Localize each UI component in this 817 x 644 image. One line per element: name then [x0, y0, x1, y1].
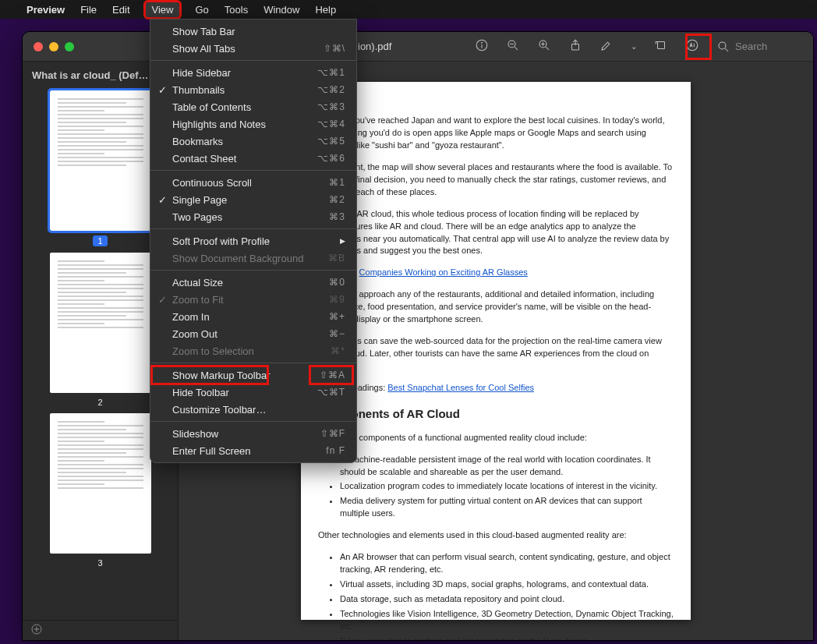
- paragraph: At this point, the map will show several…: [318, 161, 674, 199]
- page-label-3: 3: [30, 558, 170, 568]
- menu-item[interactable]: Hide Sidebar⌥⌘1: [150, 64, 356, 81]
- menu-file[interactable]: File: [80, 4, 97, 16]
- menu-item[interactable]: Show Tab Bar: [150, 23, 356, 40]
- menu-edit[interactable]: Edit: [112, 4, 129, 16]
- link[interactable]: Companies Working on Exciting AR Glasses: [359, 267, 528, 277]
- menu-tools[interactable]: Tools: [225, 4, 248, 16]
- menu-item: Show Document Background⌘B: [150, 249, 356, 267]
- sidebar-footer: [23, 620, 178, 640]
- svg-line-4: [515, 47, 518, 50]
- thumbnail-3[interactable]: [50, 413, 151, 554]
- paragraph: Now, with AR cloud, this whole tedious p…: [318, 208, 674, 258]
- menu-item[interactable]: Hide Toolbar⌥⌘T: [150, 384, 356, 401]
- list: An AR browser that can perform visual se…: [340, 551, 674, 640]
- paragraph: Other technologies and elements used in …: [318, 529, 674, 542]
- heading: Components of AR Cloud: [318, 405, 674, 423]
- menu-item[interactable]: Actual Size⌘0: [150, 274, 356, 291]
- menu-item[interactable]: Table of Contents⌥⌘3: [150, 98, 356, 115]
- search-field[interactable]: Search: [716, 40, 802, 54]
- svg-point-2: [482, 42, 483, 43]
- markup-icon[interactable]: [685, 38, 699, 55]
- zoom-out-icon[interactable]: [506, 38, 520, 55]
- menu-item[interactable]: Continuous Scroll⌘1: [150, 174, 356, 191]
- menu-item[interactable]: Contact Sheet⌥⌘6: [150, 150, 356, 167]
- view-menu-dropdown: Show Tab BarShow All Tabs⇧⌘\Hide Sidebar…: [150, 19, 357, 463]
- search-placeholder: Search: [735, 41, 767, 52]
- share-icon[interactable]: [568, 38, 582, 55]
- toolbar: ⌄ Search: [475, 38, 813, 55]
- menu-item[interactable]: ✓Thumbnails⌥⌘2: [150, 81, 356, 98]
- chevron-down-icon[interactable]: ⌄: [631, 42, 637, 51]
- zoom-button[interactable]: [65, 42, 74, 51]
- list-item: A machine-readable persistent image of t…: [340, 454, 674, 479]
- menu-item[interactable]: Highlights and Notes⌥⌘4: [150, 115, 356, 133]
- menu-item[interactable]: Enter Full Screenfn F: [150, 442, 356, 459]
- menu-help[interactable]: Help: [315, 4, 336, 16]
- svg-point-12: [687, 40, 698, 51]
- menu-item: ✓Zoom to Fit⌘9: [150, 291, 356, 308]
- paragraph: The major components of a functional aug…: [318, 432, 674, 444]
- menubar: Preview File Edit View Go Tools Window H…: [0, 0, 817, 19]
- highlight-icon[interactable]: [599, 38, 614, 55]
- list-item: Virtual assets, including 3D maps, socia…: [340, 579, 674, 591]
- search-icon: [716, 40, 730, 54]
- menu-item[interactable]: Soft Proof with Profile▶: [150, 232, 356, 249]
- rotate-icon[interactable]: [654, 38, 668, 55]
- zoom-in-icon[interactable]: [537, 38, 551, 55]
- add-page-icon[interactable]: [30, 623, 43, 639]
- window-title: ion).pdf: [358, 41, 391, 52]
- menu-item[interactable]: Show Markup Toolbar⇧⌘A: [150, 366, 356, 384]
- app-name[interactable]: Preview: [27, 4, 65, 16]
- menu-item[interactable]: Show All Tabs⇧⌘\: [150, 40, 356, 57]
- info-icon[interactable]: [475, 38, 489, 55]
- svg-point-13: [719, 42, 726, 49]
- menu-item[interactable]: Bookmarks⌥⌘5: [150, 133, 356, 150]
- menu-item[interactable]: Customize Toolbar…: [150, 401, 356, 418]
- menu-item[interactable]: ✓Single Page⌘2: [150, 191, 356, 208]
- paragraph: Also read: Companies Working on Exciting…: [318, 267, 674, 279]
- list: A machine-readable persistent image of t…: [340, 454, 674, 521]
- paragraph: Imagine you've reached Japan and want to…: [318, 115, 674, 152]
- list-item: Media delivery system for putting virtua…: [340, 495, 674, 520]
- menu-item[interactable]: Zoom Out⌘−: [150, 325, 356, 342]
- close-button[interactable]: [34, 42, 43, 51]
- menu-item[interactable]: Two Pages⌘3: [150, 208, 356, 225]
- menu-item[interactable]: Zoom In⌘+: [150, 308, 356, 325]
- menu-item[interactable]: Slideshow⇧⌘F: [150, 425, 356, 442]
- link[interactable]: Best Snapchat Lenses for Cool Selfies: [387, 383, 534, 392]
- list-item: Localization program codes to immediatel…: [340, 480, 674, 493]
- list-item: Edge computing to perform real-time anal…: [340, 635, 674, 640]
- paragraph: When you approach any of the restaurants…: [318, 288, 674, 326]
- list-item: Technologies like Vision Intelligence, 3…: [340, 608, 674, 633]
- svg-line-14: [725, 48, 728, 51]
- menu-window[interactable]: Window: [263, 4, 299, 16]
- thumbnail-2[interactable]: [50, 253, 151, 393]
- menu-view[interactable]: View: [146, 2, 180, 17]
- paragraph: Developers can save the web-sourced data…: [318, 335, 674, 373]
- menu-go[interactable]: Go: [195, 4, 208, 16]
- list-item: An AR browser that can perform visual se…: [340, 551, 674, 576]
- svg-rect-11: [658, 41, 665, 48]
- titlebar: ion).pdf ⌄ Search: [23, 32, 813, 62]
- preview-window: ion).pdf ⌄ Search What is ar cloud_ (Def…: [22, 31, 814, 641]
- paragraph: Related readings: Best Snapchat Lenses f…: [318, 382, 674, 395]
- pdf-page: Imagine you've reached Japan and want to…: [301, 82, 691, 620]
- svg-line-7: [546, 47, 549, 50]
- menu-item: Zoom to Selection⌘*: [150, 342, 356, 359]
- list-item: Data storage, such as metadata repositor…: [340, 593, 674, 606]
- minimize-button[interactable]: [49, 42, 58, 51]
- thumbnail-1[interactable]: [50, 90, 151, 231]
